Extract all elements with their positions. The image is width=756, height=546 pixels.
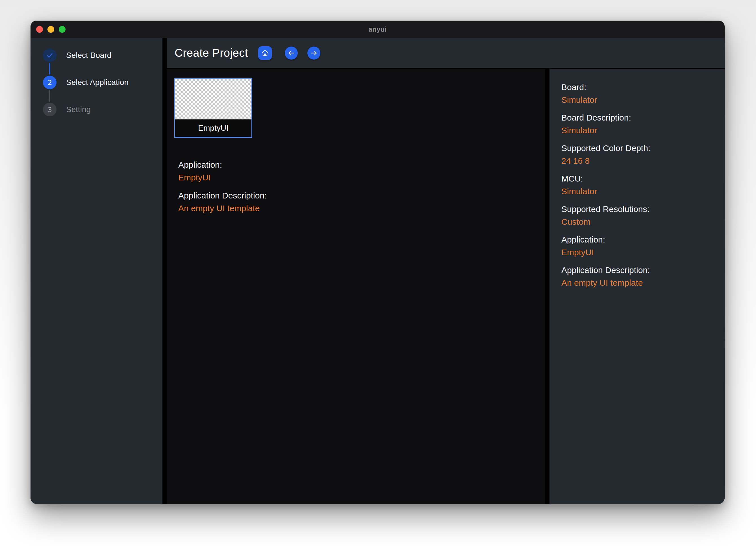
minimize-button[interactable] — [47, 26, 54, 33]
field-label: Supported Resolutions: — [561, 205, 716, 214]
application-thumbnail — [175, 79, 251, 119]
field-label: Application: — [178, 160, 545, 169]
check-icon — [45, 51, 54, 60]
field-label: Supported Color Depth: — [561, 144, 716, 153]
arrow-left-icon — [287, 49, 295, 57]
mcu-field: MCU: Simulator — [561, 174, 716, 196]
wizard-sidebar: Select Board 2 Select Application 3 Sett… — [31, 38, 162, 504]
field-value: Simulator — [561, 126, 716, 135]
step-1-label: Select Board — [66, 51, 111, 60]
field-value: Simulator — [561, 95, 716, 105]
application-field: Application: EmptyUI — [178, 160, 545, 182]
sidebar-divider — [162, 38, 167, 504]
field-label: MCU: — [561, 174, 716, 183]
app-window: anyui Select Board 2 Select Application — [31, 21, 725, 504]
application-card-emptyui[interactable]: EmptyUI — [174, 78, 252, 138]
application-field: Application: EmptyUI — [561, 235, 716, 257]
application-card-label: EmptyUI — [175, 119, 251, 137]
home-button[interactable] — [258, 46, 272, 60]
field-value: EmptyUI — [561, 248, 716, 257]
details-panel: Board: Simulator Board Description: Simu… — [549, 69, 725, 504]
field-value: Custom — [561, 218, 716, 227]
board-description-field: Board Description: Simulator — [561, 113, 716, 135]
application-list: EmptyUI Application: EmptyUI Application… — [167, 69, 545, 504]
traffic-lights — [36, 26, 66, 33]
page-header: Create Project — [167, 38, 725, 69]
back-button[interactable] — [285, 47, 298, 60]
title-bar: anyui — [31, 21, 725, 38]
step-3-label: Setting — [66, 105, 91, 114]
field-value: An empty UI template — [178, 204, 545, 213]
field-value: Simulator — [561, 187, 716, 196]
step-3-circle: 3 — [43, 103, 57, 116]
page-title: Create Project — [175, 47, 248, 59]
details-divider — [545, 69, 549, 504]
application-info: Application: EmptyUI Application Descrip… — [178, 160, 545, 213]
step-select-application[interactable]: 2 Select Application — [43, 76, 162, 89]
forward-button[interactable] — [307, 47, 320, 60]
close-button[interactable] — [36, 26, 43, 33]
field-label: Application Description: — [178, 191, 545, 200]
field-value: EmptyUI — [178, 173, 545, 182]
board-field: Board: Simulator — [561, 83, 716, 105]
window-title: anyui — [368, 25, 386, 33]
application-description-field: Application Description: An empty UI tem… — [178, 191, 545, 213]
zoom-button[interactable] — [59, 26, 66, 33]
arrow-right-icon — [310, 49, 318, 57]
field-label: Application: — [561, 235, 716, 244]
step-connector-2 — [49, 90, 50, 102]
step-1-circle — [43, 49, 57, 62]
step-select-board[interactable]: Select Board — [43, 49, 162, 62]
color-depth-field: Supported Color Depth: 24 16 8 — [561, 144, 716, 166]
resolutions-field: Supported Resolutions: Custom — [561, 205, 716, 227]
field-value: 24 16 8 — [561, 156, 716, 166]
step-setting[interactable]: 3 Setting — [43, 103, 162, 116]
home-icon — [261, 49, 269, 57]
field-value: An empty UI template — [561, 278, 716, 287]
step-connector-1 — [49, 63, 50, 75]
step-2-circle: 2 — [43, 76, 57, 89]
step-2-label: Select Application — [66, 78, 129, 87]
field-label: Application Description: — [561, 266, 716, 275]
field-label: Board: — [561, 83, 716, 92]
field-label: Board Description: — [561, 113, 716, 122]
application-description-field: Application Description: An empty UI tem… — [561, 266, 716, 287]
